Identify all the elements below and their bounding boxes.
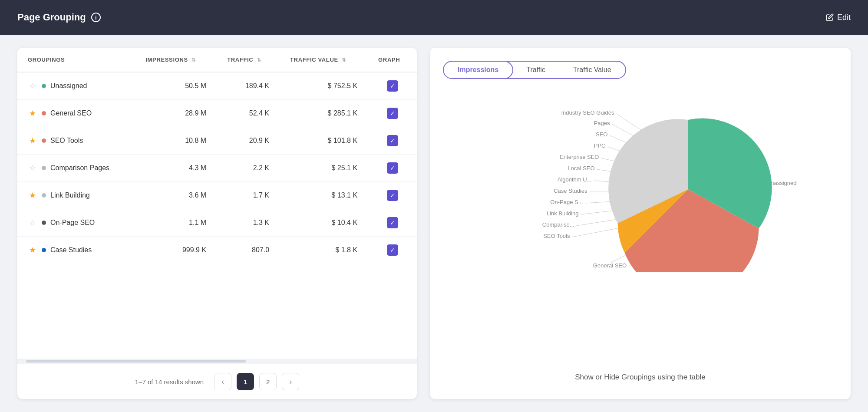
table-row: ★SEO Tools10.8 M20.9 K$ 101.8 K✓ bbox=[17, 127, 417, 155]
table-wrapper: GROUPINGS IMPRESSIONS ⇅ TRAFFIC ⇅ bbox=[17, 48, 417, 359]
cell-checkbox-6: ✓ bbox=[368, 237, 417, 264]
star-icon-3[interactable]: ☆ bbox=[28, 163, 37, 173]
star-icon-5[interactable]: ☆ bbox=[28, 218, 37, 227]
edit-button[interactable]: Edit bbox=[826, 13, 851, 22]
cell-traffic-6: 807.0 bbox=[217, 237, 280, 264]
star-icon-4[interactable]: ★ bbox=[28, 191, 37, 200]
cell-grouping-4: ★Link Building bbox=[17, 182, 135, 209]
data-table: GROUPINGS IMPRESSIONS ⇅ TRAFFIC ⇅ bbox=[17, 48, 417, 264]
cell-traffic-value-0: $ 752.5 K bbox=[280, 72, 368, 100]
cell-traffic-4: 1.7 K bbox=[217, 182, 280, 209]
grouping-name-5: On-Page SEO bbox=[50, 219, 95, 227]
dot-3 bbox=[42, 166, 46, 170]
cell-grouping-6: ★Case Studies bbox=[17, 237, 135, 264]
cell-traffic-value-1: $ 285.1 K bbox=[280, 100, 368, 127]
tab-traffic[interactable]: Traffic bbox=[512, 62, 559, 78]
cell-traffic-value-5: $ 10.4 K bbox=[280, 209, 368, 237]
dot-6 bbox=[42, 248, 46, 252]
checkbox-3[interactable]: ✓ bbox=[387, 162, 398, 174]
cell-checkbox-4: ✓ bbox=[368, 182, 417, 209]
dot-0 bbox=[42, 84, 46, 88]
col-traffic-value[interactable]: TRAFFIC VALUE ⇅ bbox=[280, 48, 368, 72]
page-2-button[interactable]: 2 bbox=[259, 373, 277, 390]
cell-grouping-2: ★SEO Tools bbox=[17, 127, 135, 155]
tab-traffic-value[interactable]: Traffic Value bbox=[559, 62, 625, 78]
cell-traffic-1: 52.4 K bbox=[217, 100, 280, 127]
cell-traffic-5: 1.3 K bbox=[217, 209, 280, 237]
prev-page-button[interactable]: ‹ bbox=[214, 373, 231, 390]
cell-impressions-1: 28.9 M bbox=[135, 100, 217, 127]
checkbox-2[interactable]: ✓ bbox=[387, 135, 398, 146]
cell-impressions-6: 999.9 K bbox=[135, 237, 217, 264]
grouping-name-4: Link Building bbox=[50, 191, 90, 199]
main-content: GROUPINGS IMPRESSIONS ⇅ TRAFFIC ⇅ bbox=[0, 35, 868, 412]
cell-impressions-0: 50.5 M bbox=[135, 72, 217, 100]
checkbox-1[interactable]: ✓ bbox=[387, 108, 398, 119]
cell-impressions-3: 4.3 M bbox=[135, 155, 217, 182]
cell-checkbox-0: ✓ bbox=[368, 72, 417, 100]
label-case-studies: Case Studies bbox=[554, 188, 587, 194]
table-row: ☆On-Page SEO1.1 M1.3 K$ 10.4 K✓ bbox=[17, 209, 417, 237]
star-icon-1[interactable]: ★ bbox=[28, 109, 37, 118]
chart-section: Impressions Traffic Traffic Value Indust… bbox=[430, 48, 851, 399]
star-icon-6[interactable]: ★ bbox=[28, 245, 37, 255]
pagination: 1–7 of 14 results shown ‹ 1 2 › bbox=[17, 364, 417, 399]
page-1-button[interactable]: 1 bbox=[237, 373, 254, 390]
grouping-name-3: Comparison Pages bbox=[50, 164, 109, 172]
star-icon-2[interactable]: ★ bbox=[28, 136, 37, 145]
star-icon-0[interactable]: ☆ bbox=[28, 81, 37, 91]
checkbox-4[interactable]: ✓ bbox=[387, 190, 398, 201]
chart-tabs: Impressions Traffic Traffic Value bbox=[443, 61, 626, 79]
dot-1 bbox=[42, 111, 46, 115]
table-row: ★General SEO28.9 M52.4 K$ 285.1 K✓ bbox=[17, 100, 417, 127]
label-general-seo: General SEO bbox=[593, 262, 627, 269]
next-page-button[interactable]: › bbox=[282, 373, 299, 390]
cell-grouping-5: ☆On-Page SEO bbox=[17, 209, 135, 237]
app-container: Page Grouping i Edit GROUPINGS bbox=[0, 0, 868, 412]
pie-chart-container: Industry SEO Guides Pages SEO PPC Enterp… bbox=[443, 89, 838, 272]
sort-traffic-value-icon: ⇅ bbox=[342, 57, 346, 63]
cell-traffic-value-4: $ 13.1 K bbox=[280, 182, 368, 209]
cell-traffic-2: 20.9 K bbox=[217, 127, 280, 155]
cell-checkbox-1: ✓ bbox=[368, 100, 417, 127]
chart-hint: Show or Hide Groupings using the table bbox=[443, 373, 838, 386]
col-impressions[interactable]: IMPRESSIONS ⇅ bbox=[135, 48, 217, 72]
checkbox-6[interactable]: ✓ bbox=[387, 244, 398, 256]
cell-impressions-4: 3.6 M bbox=[135, 182, 217, 209]
label-on-page: On-Page S... bbox=[550, 199, 583, 205]
pagination-info: 1–7 of 14 results shown bbox=[135, 378, 204, 386]
label-ppc: PPC bbox=[594, 142, 606, 149]
scrollbar-area bbox=[17, 359, 417, 364]
label-pages: Pages bbox=[594, 120, 610, 126]
cell-grouping-1: ★General SEO bbox=[17, 100, 135, 127]
label-seo: SEO bbox=[596, 131, 607, 138]
label-compariso: Compariso... bbox=[542, 221, 574, 228]
edit-icon bbox=[826, 13, 834, 21]
tab-impressions[interactable]: Impressions bbox=[443, 61, 513, 79]
cell-grouping-0: ☆Unassigned bbox=[17, 72, 135, 100]
dot-5 bbox=[42, 221, 46, 225]
label-industry-seo: Industry SEO Guides bbox=[561, 109, 614, 116]
col-graph: GRAPH bbox=[368, 48, 417, 72]
dot-2 bbox=[42, 138, 46, 143]
cell-impressions-2: 10.8 M bbox=[135, 127, 217, 155]
label-link-building: Link Building bbox=[547, 210, 579, 217]
col-traffic[interactable]: TRAFFIC ⇅ bbox=[217, 48, 280, 72]
grouping-name-6: Case Studies bbox=[50, 246, 92, 254]
cell-checkbox-3: ✓ bbox=[368, 155, 417, 182]
table-row: ★Case Studies999.9 K807.0$ 1.8 K✓ bbox=[17, 237, 417, 264]
table-section: GROUPINGS IMPRESSIONS ⇅ TRAFFIC ⇅ bbox=[17, 48, 417, 399]
sort-traffic-icon: ⇅ bbox=[257, 57, 261, 63]
header-left: Page Grouping i bbox=[17, 12, 101, 23]
table-row: ★Link Building3.6 M1.7 K$ 13.1 K✓ bbox=[17, 182, 417, 209]
col-groupings: GROUPINGS bbox=[17, 48, 135, 72]
page-title: Page Grouping bbox=[17, 12, 86, 23]
cell-traffic-value-3: $ 25.1 K bbox=[280, 155, 368, 182]
grouping-name-0: Unassigned bbox=[50, 82, 87, 90]
cell-checkbox-5: ✓ bbox=[368, 209, 417, 237]
checkbox-0[interactable]: ✓ bbox=[387, 80, 398, 92]
checkbox-5[interactable]: ✓ bbox=[387, 217, 398, 228]
info-icon[interactable]: i bbox=[91, 13, 101, 22]
label-seo-tools: SEO Tools bbox=[543, 233, 570, 239]
cell-traffic-value-2: $ 101.8 K bbox=[280, 127, 368, 155]
